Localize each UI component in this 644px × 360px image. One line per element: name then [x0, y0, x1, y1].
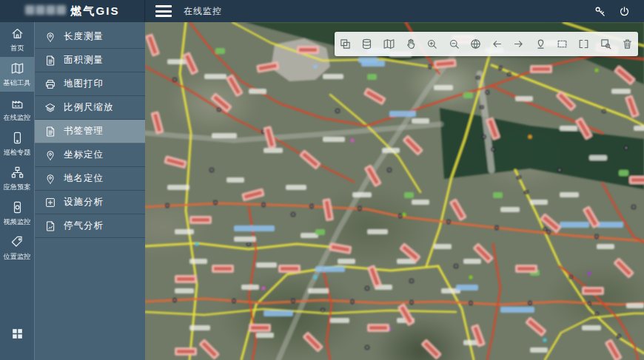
menu-item-bookmark-manage[interactable]: 书签管理: [35, 120, 145, 143]
sidebar-item-emergency-plan[interactable]: 应急预案: [0, 161, 34, 196]
arrow-right-icon[interactable]: [508, 32, 529, 56]
menu-item-label: 设施分析: [64, 196, 104, 208]
sidebar-item-label: 基础工具: [4, 78, 31, 87]
primary-sidebar: 首页基础工具在线监控巡检专题应急预案视频监控位置监控: [0, 22, 34, 360]
printer-icon: [44, 78, 56, 90]
sidebar-item-home[interactable]: 首页: [0, 22, 34, 57]
power-icon[interactable]: [618, 5, 631, 18]
menu-item-label: 地图打印: [64, 78, 104, 90]
menu-item-label: 面积测量: [64, 54, 104, 67]
pin-icon: [44, 173, 56, 185]
menu-item-label: 书签管理: [64, 125, 104, 137]
screen-icon: [10, 200, 24, 214]
menu-item-gas-stop-analysis[interactable]: 停气分析: [35, 214, 145, 238]
marker-icon[interactable]: [530, 32, 551, 56]
map-book-icon: [10, 61, 24, 75]
pin-icon: [44, 31, 56, 43]
orgchart-icon: [10, 166, 24, 180]
menu-toggle-button[interactable]: [155, 5, 172, 17]
sidebar-item-basic-tools[interactable]: 基础工具: [0, 57, 34, 92]
sidebar-item-online-monitor[interactable]: 在线监控: [0, 92, 34, 126]
pan-hand-icon[interactable]: [400, 32, 421, 56]
header-actions: [594, 5, 644, 18]
doc-icon: [44, 126, 56, 137]
trash-icon[interactable]: [617, 32, 638, 56]
menu-item-area-measure[interactable]: 面积测量: [35, 49, 145, 72]
menu-item-coordinate-locate[interactable]: 坐标定位: [35, 143, 145, 167]
app-brand: 燃气GIS: [0, 0, 145, 22]
pin-icon: [44, 149, 56, 161]
sidebar-item-label: 在线监控: [4, 112, 31, 122]
gas-gis-app: 燃气GIS 在线监控 首页基础工具在线监控巡检专题应急预案视频监控位置监控 长度…: [0, 0, 644, 360]
sidebar-item-video-monitor[interactable]: 视频监控: [0, 196, 34, 231]
doc-icon: [44, 55, 56, 67]
sidebar-item-label: 首页: [10, 43, 24, 52]
factory-icon: [10, 96, 24, 110]
current-module-label: 在线监控: [184, 5, 222, 18]
layers-icon: [44, 102, 56, 114]
map-features-layer: [145, 22, 644, 360]
menu-item-length-measure[interactable]: 长度测量: [35, 25, 145, 49]
menu-item-placename-locate[interactable]: 地名定位: [35, 167, 145, 191]
swap-basemap-icon[interactable]: [335, 32, 356, 56]
menu-item-map-print[interactable]: 地图打印: [35, 72, 145, 96]
app-title: 燃气GIS: [71, 4, 120, 18]
database-icon[interactable]: [356, 32, 378, 56]
menu-item-label: 长度测量: [64, 30, 104, 43]
apps-grid-button[interactable]: [0, 327, 34, 341]
sidebar-item-label: 位置监控: [4, 251, 31, 261]
map-toolbar: [335, 32, 638, 56]
hamburger-icon: [155, 5, 172, 7]
menu-item-label: 停气分析: [64, 220, 104, 232]
box-plus-icon: [44, 197, 56, 208]
app-body: 首页基础工具在线监控巡检专题应急预案视频监控位置监控 长度测量面积测量地图打印比…: [0, 22, 644, 360]
menu-item-label: 地名定位: [64, 172, 104, 185]
full-extent-icon[interactable]: [465, 32, 486, 56]
zoom-in-icon[interactable]: [421, 32, 443, 56]
doc-chart-icon: [44, 220, 56, 232]
clip-rect-icon[interactable]: [573, 32, 594, 56]
menu-item-label: 比例尺缩放: [64, 101, 114, 114]
tag-icon: [10, 235, 24, 249]
sidebar-item-location-monitor[interactable]: 位置监控: [0, 231, 34, 265]
sidebar-item-label: 视频监控: [4, 217, 31, 226]
sidebar-item-label: 巡检专题: [4, 147, 31, 157]
app-header: 燃气GIS 在线监控: [0, 0, 644, 22]
secondary-sidebar: 长度测量面积测量地图打印比例尺缩放书签管理坐标定位地名定位设施分析停气分析: [34, 22, 145, 360]
map-fold-icon[interactable]: [378, 32, 400, 56]
key-icon[interactable]: [594, 5, 606, 18]
apps-grid-icon: [10, 327, 24, 341]
zoom-out-icon[interactable]: [443, 32, 464, 56]
select-rect-icon[interactable]: [551, 32, 573, 56]
tablet-icon: [10, 131, 24, 145]
menu-item-facility-analysis[interactable]: 设施分析: [35, 191, 145, 214]
arrow-left-icon[interactable]: [486, 32, 508, 56]
sidebar-item-label: 应急预案: [4, 182, 31, 191]
home-icon: [10, 27, 24, 41]
menu-item-scale-zoom[interactable]: 比例尺缩放: [35, 96, 145, 120]
menu-item-label: 坐标定位: [64, 149, 104, 161]
map-area[interactable]: [145, 22, 644, 360]
sidebar-item-patrol-topic[interactable]: 巡检专题: [0, 126, 34, 161]
identify-icon[interactable]: [594, 32, 616, 56]
redacted-city-name: [25, 4, 67, 18]
